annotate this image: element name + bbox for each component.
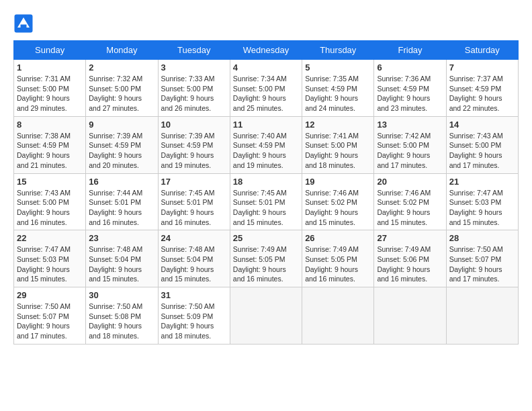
day-info: Sunrise: 7:49 AMSunset: 5:05 PMDaylight:…: [305, 244, 371, 284]
calendar-day: 6Sunrise: 7:36 AMSunset: 4:59 PMDaylight…: [374, 60, 446, 117]
calendar-week: 15Sunrise: 7:43 AMSunset: 5:00 PMDayligh…: [14, 173, 519, 230]
svg-rect-2: [21, 25, 27, 30]
calendar-day: 14Sunrise: 7:43 AMSunset: 5:00 PMDayligh…: [446, 116, 518, 173]
weekday-header: Saturday: [446, 41, 518, 60]
day-info: Sunrise: 7:40 AMSunset: 4:59 PMDaylight:…: [233, 131, 299, 171]
day-info: Sunrise: 7:33 AMSunset: 5:00 PMDaylight:…: [161, 74, 227, 113]
calendar-day: 7Sunrise: 7:37 AMSunset: 4:59 PMDaylight…: [446, 60, 518, 117]
day-number: 13: [377, 120, 443, 130]
day-info: Sunrise: 7:42 AMSunset: 5:00 PMDaylight:…: [377, 131, 443, 171]
day-info: Sunrise: 7:50 AMSunset: 5:09 PMDaylight:…: [161, 302, 227, 341]
day-info: Sunrise: 7:46 AMSunset: 5:02 PMDaylight:…: [377, 188, 443, 228]
day-number: 9: [89, 120, 154, 130]
day-info: Sunrise: 7:48 AMSunset: 5:04 PMDaylight:…: [89, 244, 154, 284]
day-info: Sunrise: 7:49 AMSunset: 5:06 PMDaylight:…: [377, 244, 443, 284]
page-header: [13, 13, 519, 34]
calendar-day: 3Sunrise: 7:33 AMSunset: 5:00 PMDaylight…: [158, 60, 230, 117]
calendar-day: 12Sunrise: 7:41 AMSunset: 5:00 PMDayligh…: [302, 116, 374, 173]
day-info: Sunrise: 7:39 AMSunset: 4:59 PMDaylight:…: [161, 131, 227, 171]
day-number: 17: [161, 177, 227, 187]
calendar-day: 23Sunrise: 7:48 AMSunset: 5:04 PMDayligh…: [86, 230, 158, 287]
calendar-day: 5Sunrise: 7:35 AMSunset: 4:59 PMDaylight…: [302, 60, 374, 117]
calendar-day: 11Sunrise: 7:40 AMSunset: 4:59 PMDayligh…: [230, 116, 302, 173]
weekday-header: Tuesday: [158, 41, 230, 60]
day-number: 20: [377, 177, 443, 187]
day-number: 19: [305, 177, 371, 187]
calendar-day: 17Sunrise: 7:45 AMSunset: 5:01 PMDayligh…: [158, 173, 230, 230]
day-number: 10: [161, 120, 227, 130]
calendar-day: 27Sunrise: 7:49 AMSunset: 5:06 PMDayligh…: [374, 230, 446, 287]
day-info: Sunrise: 7:36 AMSunset: 4:59 PMDaylight:…: [377, 74, 443, 113]
day-number: 23: [89, 233, 154, 243]
day-number: 25: [233, 233, 299, 243]
day-info: Sunrise: 7:49 AMSunset: 5:05 PMDaylight:…: [233, 244, 299, 284]
calendar-day: 16Sunrise: 7:44 AMSunset: 5:01 PMDayligh…: [86, 173, 158, 230]
day-number: 18: [233, 177, 299, 187]
calendar-day: 22Sunrise: 7:47 AMSunset: 5:03 PMDayligh…: [14, 230, 86, 287]
day-info: Sunrise: 7:50 AMSunset: 5:07 PMDaylight:…: [17, 302, 83, 341]
day-number: 30: [89, 290, 154, 300]
day-info: Sunrise: 7:32 AMSunset: 5:00 PMDaylight:…: [89, 74, 154, 113]
calendar-day: 9Sunrise: 7:39 AMSunset: 4:59 PMDaylight…: [86, 116, 158, 173]
calendar-day: 26Sunrise: 7:49 AMSunset: 5:05 PMDayligh…: [302, 230, 374, 287]
day-number: 16: [89, 177, 154, 187]
day-info: Sunrise: 7:48 AMSunset: 5:04 PMDaylight:…: [161, 244, 227, 284]
day-number: 21: [449, 177, 515, 187]
calendar-week: 29Sunrise: 7:50 AMSunset: 5:07 PMDayligh…: [14, 287, 519, 345]
day-info: Sunrise: 7:45 AMSunset: 5:01 PMDaylight:…: [233, 188, 299, 228]
calendar-day: 10Sunrise: 7:39 AMSunset: 4:59 PMDayligh…: [158, 116, 230, 173]
day-number: 28: [449, 233, 515, 243]
calendar-day: 8Sunrise: 7:38 AMSunset: 4:59 PMDaylight…: [14, 116, 86, 173]
calendar-day: 1Sunrise: 7:31 AMSunset: 5:00 PMDaylight…: [14, 60, 86, 117]
day-number: 29: [17, 290, 83, 300]
day-info: Sunrise: 7:35 AMSunset: 4:59 PMDaylight:…: [305, 74, 371, 113]
calendar-day: 2Sunrise: 7:32 AMSunset: 5:00 PMDaylight…: [86, 60, 158, 117]
day-number: 11: [233, 120, 299, 130]
day-number: 5: [305, 62, 371, 73]
calendar-day: [374, 287, 446, 345]
weekday-header: Thursday: [302, 41, 374, 60]
calendar-day: 25Sunrise: 7:49 AMSunset: 5:05 PMDayligh…: [230, 230, 302, 287]
day-info: Sunrise: 7:37 AMSunset: 4:59 PMDaylight:…: [449, 74, 515, 113]
day-number: 2: [89, 62, 154, 73]
day-number: 24: [161, 233, 227, 243]
day-info: Sunrise: 7:43 AMSunset: 5:00 PMDaylight:…: [449, 131, 515, 171]
logo: [13, 13, 36, 34]
calendar-day: 19Sunrise: 7:46 AMSunset: 5:02 PMDayligh…: [302, 173, 374, 230]
weekday-header: Monday: [86, 41, 158, 60]
day-number: 7: [449, 62, 515, 73]
day-number: 22: [17, 233, 83, 243]
day-info: Sunrise: 7:47 AMSunset: 5:03 PMDaylight:…: [449, 188, 515, 228]
calendar-day: 15Sunrise: 7:43 AMSunset: 5:00 PMDayligh…: [14, 173, 86, 230]
day-number: 4: [233, 62, 299, 73]
day-info: Sunrise: 7:41 AMSunset: 5:00 PMDaylight:…: [305, 131, 371, 171]
day-number: 14: [449, 120, 515, 130]
day-info: Sunrise: 7:43 AMSunset: 5:00 PMDaylight:…: [17, 188, 83, 228]
calendar-day: [302, 287, 374, 345]
calendar-week: 8Sunrise: 7:38 AMSunset: 4:59 PMDaylight…: [14, 116, 519, 173]
day-number: 27: [377, 233, 443, 243]
calendar-day: 18Sunrise: 7:45 AMSunset: 5:01 PMDayligh…: [230, 173, 302, 230]
day-info: Sunrise: 7:45 AMSunset: 5:01 PMDaylight:…: [161, 188, 227, 228]
day-number: 15: [17, 177, 83, 187]
day-number: 26: [305, 233, 371, 243]
day-info: Sunrise: 7:34 AMSunset: 5:00 PMDaylight:…: [233, 74, 299, 113]
day-number: 3: [161, 62, 227, 73]
day-number: 31: [161, 290, 227, 300]
day-number: 1: [17, 62, 83, 73]
calendar-week: 1Sunrise: 7:31 AMSunset: 5:00 PMDaylight…: [14, 60, 519, 117]
calendar-week: 22Sunrise: 7:47 AMSunset: 5:03 PMDayligh…: [14, 230, 519, 287]
weekday-header: Sunday: [14, 41, 86, 60]
calendar-day: 21Sunrise: 7:47 AMSunset: 5:03 PMDayligh…: [446, 173, 518, 230]
day-number: 6: [377, 62, 443, 73]
calendar-day: 4Sunrise: 7:34 AMSunset: 5:00 PMDaylight…: [230, 60, 302, 117]
calendar-day: [446, 287, 518, 345]
day-number: 12: [305, 120, 371, 130]
calendar-day: 20Sunrise: 7:46 AMSunset: 5:02 PMDayligh…: [374, 173, 446, 230]
calendar-day: 31Sunrise: 7:50 AMSunset: 5:09 PMDayligh…: [158, 287, 230, 345]
day-number: 8: [17, 120, 83, 130]
day-info: Sunrise: 7:50 AMSunset: 5:07 PMDaylight:…: [449, 244, 515, 284]
day-info: Sunrise: 7:31 AMSunset: 5:00 PMDaylight:…: [17, 74, 83, 113]
calendar-day: 13Sunrise: 7:42 AMSunset: 5:00 PMDayligh…: [374, 116, 446, 173]
weekday-header: Wednesday: [230, 41, 302, 60]
